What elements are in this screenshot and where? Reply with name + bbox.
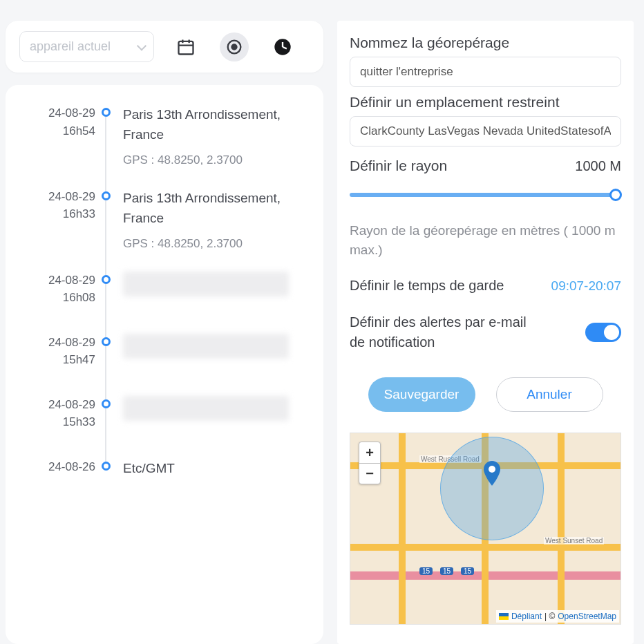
clock-icon[interactable] — [268, 32, 297, 61]
timeline-dot-icon — [102, 337, 111, 346]
timeline-entry[interactable]: 24-08-29 16h54 Paris 13th Arrondissement… — [19, 104, 310, 188]
entry-time: 15h47 — [19, 351, 95, 369]
highway-badge: 15 — [461, 567, 474, 575]
geofence-location-input[interactable] — [350, 116, 621, 146]
leaflet-link[interactable]: Dépliant — [511, 612, 542, 621]
entry-date: 24-08-29 — [19, 188, 95, 206]
geofence-form: Nommez la géorepérage Définir un emplace… — [337, 21, 634, 644]
timeline-dot-icon — [102, 108, 111, 117]
entry-date: 24-08-29 — [19, 334, 95, 352]
zoom-out-button[interactable]: − — [359, 463, 380, 484]
entry-location: Etc/GMT — [123, 458, 310, 478]
redacted-content — [123, 272, 289, 296]
svg-point-5 — [232, 44, 237, 49]
timeline-entry[interactable]: 24-08-29 16h33 Paris 13th Arrondissement… — [19, 188, 310, 272]
radius-hint: Rayon de la géorepérage en mètres ( 1000… — [350, 221, 621, 259]
timeline-toolbar: appareil actuel — [6, 21, 323, 73]
timeline-dot-icon — [102, 191, 111, 200]
timeline-entry[interactable]: 24-08-29 15h33 — [19, 396, 310, 458]
email-alert-toggle[interactable] — [585, 323, 621, 342]
entry-gps: GPS : 48.8250, 2.3700 — [123, 153, 310, 167]
timeline-entry[interactable]: 24-08-29 15h47 — [19, 334, 310, 396]
timeline-list: 24-08-29 16h54 Paris 13th Arrondissement… — [6, 85, 323, 644]
save-button[interactable]: Sauvegarder — [368, 377, 475, 412]
location-pin-icon[interactable] — [220, 32, 249, 61]
radius-value: 1000 M — [575, 158, 621, 174]
entry-time: 15h33 — [19, 413, 95, 431]
device-select-label: appareil actuel — [30, 39, 111, 54]
alert-label: Définir des alertes par e-mail de notifi… — [350, 312, 529, 352]
geofence-name-input[interactable] — [350, 57, 621, 87]
timeline-entry[interactable]: 24-08-29 16h08 — [19, 272, 310, 334]
map-zoom-control: + − — [359, 442, 381, 484]
slider-thumb[interactable] — [609, 189, 622, 201]
radius-slider[interactable] — [350, 188, 621, 202]
timeline-dot-icon — [102, 399, 111, 408]
location-label: Définir un emplacement restreint — [350, 94, 621, 111]
guard-time-picker[interactable]: 09:07-20:07 — [551, 278, 621, 294]
geofence-map[interactable]: West Russell Road West Sunset Road 15 15… — [350, 433, 621, 625]
geofence-radius-overlay — [440, 437, 544, 540]
entry-time: 16h54 — [19, 122, 95, 140]
radius-label: Définir le rayon — [350, 158, 447, 174]
entry-date: 24-08-29 — [19, 104, 95, 122]
entry-location: Paris 13th Arrondissement, France — [123, 188, 310, 229]
timeline-entry[interactable]: 24-08-26 Etc/GMT — [19, 458, 310, 520]
map-pin-icon[interactable] — [483, 461, 501, 479]
zoom-in-button[interactable]: + — [359, 442, 380, 463]
redacted-content — [123, 396, 289, 421]
highway-badge: 15 — [419, 567, 433, 575]
svg-point-9 — [489, 466, 495, 473]
cancel-button[interactable]: Annuler — [496, 377, 603, 412]
calendar-icon[interactable] — [171, 32, 200, 61]
entry-time: 16h08 — [19, 289, 95, 307]
entry-time: 16h33 — [19, 205, 95, 223]
svg-rect-0 — [179, 41, 193, 54]
entry-date: 24-08-29 — [19, 396, 95, 414]
highway-badge: 15 — [440, 567, 453, 575]
entry-gps: GPS : 48.8250, 2.3700 — [123, 237, 310, 251]
timeline-dot-icon — [102, 462, 111, 471]
entry-location: Paris 13th Arrondissement, France — [123, 104, 310, 145]
guard-time-label: Définir le temps de garde — [350, 276, 504, 296]
name-label: Nommez la géorepérage — [350, 35, 621, 51]
redacted-content — [123, 334, 289, 359]
ukraine-flag-icon — [499, 613, 509, 620]
entry-date: 24-08-26 — [19, 458, 95, 476]
timeline-dot-icon — [102, 275, 111, 284]
entry-date: 24-08-29 — [19, 272, 95, 290]
road-label: West Sunset Road — [544, 537, 604, 544]
device-select[interactable]: appareil actuel — [19, 31, 154, 62]
osm-link[interactable]: OpenStreetMap — [558, 612, 616, 621]
map-attribution: Dépliant | © OpenStreetMap — [496, 610, 619, 623]
